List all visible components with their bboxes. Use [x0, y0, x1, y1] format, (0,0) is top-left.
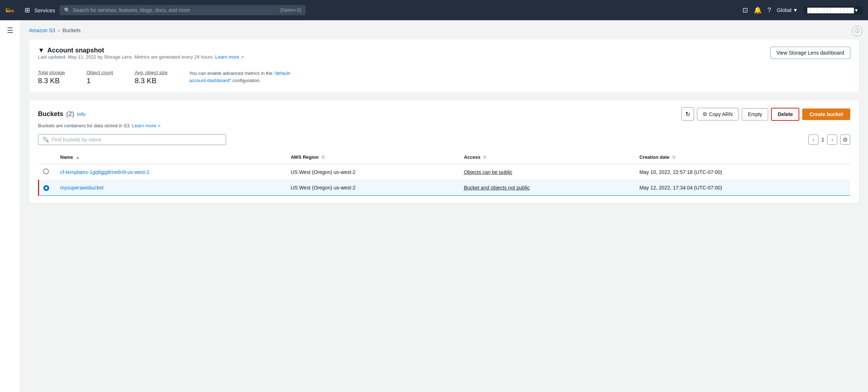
- breadcrumb-buckets: Buckets: [63, 27, 81, 33]
- buckets-info-link[interactable]: Info: [77, 111, 85, 117]
- account-snapshot-card: ▼ Account snapshot Last updated: May 11,…: [29, 39, 859, 93]
- top-navigation: aws ⊞ Services 🔍 [Option+S] ⊡ 🔔 ? Global…: [0, 0, 868, 20]
- search-shortcut: [Option+S]: [280, 8, 301, 13]
- snapshot-title: ▼ Account snapshot: [38, 47, 244, 54]
- table-header: Name ▲ AWS Region ▽ Access ▽ Creation: [39, 151, 851, 164]
- refresh-button[interactable]: ↻: [681, 107, 694, 121]
- row1-bucket-name[interactable]: cf-templates-1gq6gjg8me6n9-us-west-2: [60, 169, 150, 175]
- snapshot-subtitle: Last updated: May 11, 2022 by Storage Le…: [38, 54, 244, 60]
- metrics-row: Total storage 8.3 KB Object count 1 Avg.…: [38, 70, 850, 85]
- sidebar-toggle[interactable]: ☰: [7, 26, 13, 35]
- row2-radio[interactable]: [43, 185, 49, 191]
- snapshot-title-text: Account snapshot: [47, 47, 104, 54]
- buckets-actions: ↻ ⧉ Copy ARN Empty Delete Create bucket: [681, 107, 850, 121]
- snapshot-title-area: ▼ Account snapshot Last updated: May 11,…: [38, 47, 244, 67]
- svg-text:aws: aws: [6, 8, 14, 13]
- metric-object-count-label: Object count: [86, 70, 113, 75]
- bell-icon[interactable]: 🔔: [754, 6, 762, 14]
- row2-region: US West (Oregon) us-west-2: [291, 185, 356, 191]
- pagination-next-button[interactable]: ›: [827, 135, 837, 145]
- col-access[interactable]: Access ▽: [460, 151, 635, 164]
- description-text: You can enable advanced metrics in the: [189, 71, 272, 76]
- row1-radio[interactable]: [43, 169, 49, 174]
- table-settings-button[interactable]: ⚙: [840, 135, 850, 145]
- empty-button[interactable]: Empty: [742, 108, 769, 120]
- col-select: [39, 151, 56, 164]
- breadcrumb-amazon-s3[interactable]: Amazon S3: [29, 27, 55, 33]
- services-label[interactable]: Services: [34, 7, 55, 13]
- pagination-current: 1: [821, 137, 824, 142]
- buckets-subtitle: Buckets are containers for data stored i…: [38, 123, 850, 128]
- row2-date-cell: May 12, 2022, 17:34:04 (UTC-07:00): [635, 180, 850, 196]
- row1-access: Objects can be public: [464, 169, 512, 175]
- help-corner-icon[interactable]: ⓘ: [852, 26, 862, 36]
- col-creation-date[interactable]: Creation date ▽: [635, 151, 850, 164]
- view-storage-lens-button[interactable]: View Storage Lens dashboard: [770, 47, 850, 59]
- col-region-label: AWS Region: [291, 154, 319, 160]
- help-icon[interactable]: ?: [767, 7, 771, 14]
- bucket-table: Name ▲ AWS Region ▽ Access ▽ Creation: [38, 151, 850, 196]
- external-link-icon: ↗: [241, 55, 244, 59]
- col-creation-date-label: Creation date: [639, 154, 669, 160]
- row2-bucket-name[interactable]: mysuperawsbucket: [60, 185, 104, 191]
- terminal-icon[interactable]: ⊡: [743, 6, 748, 14]
- buckets-external-icon: ↗: [157, 124, 161, 128]
- metric-object-count: Object count 1: [86, 70, 113, 85]
- row1-select-cell[interactable]: [39, 164, 56, 180]
- buckets-title-row: Buckets (2) Info: [38, 110, 85, 118]
- buckets-title: Buckets: [38, 110, 63, 118]
- row2-select-cell[interactable]: [39, 180, 56, 196]
- region-label: Global: [777, 7, 791, 13]
- copy-icon: ⧉: [703, 111, 707, 117]
- region-selector[interactable]: Global ▼: [777, 7, 798, 13]
- aws-logo[interactable]: aws: [6, 4, 19, 17]
- col-region-sort: ▽: [322, 155, 324, 159]
- row2-access: Bucket and objects not public: [464, 185, 530, 191]
- grid-icon[interactable]: ⊞: [25, 6, 30, 14]
- buckets-card: Buckets (2) Info ↻ ⧉ Copy ARN Empty Dele…: [29, 100, 859, 203]
- table-search-icon: 🔍: [43, 137, 49, 142]
- search-bar[interactable]: 🔍 [Option+S]: [60, 5, 306, 15]
- metric-avg-size-label: Avg. object size: [135, 70, 167, 75]
- learn-more-link[interactable]: Learn more: [215, 54, 239, 60]
- table-row: mysuperawsbucket US West (Oregon) us-wes…: [39, 180, 851, 196]
- create-bucket-button[interactable]: Create bucket: [802, 108, 850, 120]
- breadcrumb: Amazon S3 › Buckets: [29, 27, 859, 33]
- buckets-learn-more-link[interactable]: Learn more: [132, 123, 156, 128]
- row1-region: US West (Oregon) us-west-2: [291, 169, 356, 175]
- account-id: ██████████████: [807, 8, 854, 13]
- col-access-label: Access: [464, 154, 481, 160]
- metric-total-storage-value: 8.3 KB: [38, 77, 65, 85]
- col-creation-date-sort: ▽: [672, 155, 675, 159]
- row1-region-cell: US West (Oregon) us-west-2: [286, 164, 460, 180]
- buckets-header: Buckets (2) Info ↻ ⧉ Copy ARN Empty Dele…: [38, 107, 850, 121]
- row1-date: May 10, 2022, 22:57:18 (UTC-07:00): [639, 169, 722, 175]
- table-search-container[interactable]: 🔍: [38, 134, 226, 145]
- table-row: cf-templates-1gq6gjg8me6n9-us-west-2 US …: [39, 164, 851, 180]
- account-selector[interactable]: ██████████████ ▼: [804, 6, 862, 14]
- col-access-sort: ▽: [483, 155, 486, 159]
- col-name-sort: ▲: [76, 155, 80, 159]
- bucket-search-input[interactable]: [52, 137, 221, 142]
- delete-button[interactable]: Delete: [771, 108, 799, 121]
- description-suffix: configuration.: [233, 78, 261, 83]
- metric-total-storage-label: Total storage: [38, 70, 65, 75]
- buckets-count: (2): [66, 110, 74, 118]
- search-input[interactable]: [73, 7, 278, 13]
- buckets-subtitle-text: Buckets are containers for data stored i…: [38, 123, 131, 128]
- copy-arn-button[interactable]: ⧉ Copy ARN: [697, 108, 739, 120]
- breadcrumb-separator: ›: [58, 27, 60, 33]
- nav-icons: ⊡ 🔔 ? Global ▼ ██████████████ ▼: [743, 6, 862, 14]
- main-content: Amazon S3 › Buckets ▼ Account snapshot L…: [20, 20, 868, 392]
- col-region[interactable]: AWS Region ▽: [286, 151, 460, 164]
- row2-date: May 12, 2022, 17:34:04 (UTC-07:00): [639, 185, 722, 191]
- row2-access-cell: Bucket and objects not public: [460, 180, 635, 196]
- snapshot-subtitle-text: Last updated: May 11, 2022 by Storage Le…: [38, 54, 214, 60]
- pagination-prev-button[interactable]: ‹: [808, 135, 818, 145]
- col-name[interactable]: Name ▲: [56, 151, 286, 164]
- snapshot-header: ▼ Account snapshot Last updated: May 11,…: [38, 47, 850, 67]
- table-body: cf-templates-1gq6gjg8me6n9-us-west-2 US …: [39, 164, 851, 196]
- sidebar: ☰: [0, 20, 20, 392]
- region-chevron: ▼: [793, 7, 798, 13]
- metric-total-storage: Total storage 8.3 KB: [38, 70, 65, 85]
